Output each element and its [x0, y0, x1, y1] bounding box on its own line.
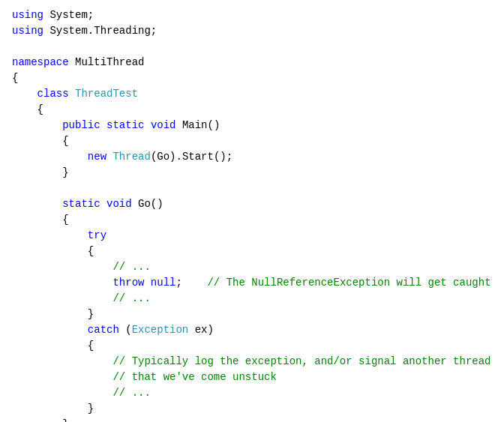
code-line: try — [12, 228, 492, 244]
code-token: Main() — [176, 119, 220, 131]
code-line: { — [12, 338, 492, 354]
code-token: public — [62, 119, 100, 131]
code-token: void — [151, 119, 176, 131]
code-token — [12, 371, 112, 383]
code-line: new Thread(Go).Start(); — [12, 149, 492, 165]
code-token: ex) — [188, 324, 214, 336]
code-line: using System.Threading; — [12, 23, 492, 39]
code-token: Exception — [132, 324, 189, 336]
code-token: using — [12, 25, 44, 37]
code-token: // that we've come unstuck — [112, 371, 276, 383]
code-line: // ... — [12, 385, 492, 401]
code-token — [12, 387, 112, 399]
code-line: } — [12, 165, 492, 181]
code-token: // Typically log the exception, and/or s… — [112, 355, 490, 367]
code-token: ; — [176, 277, 207, 289]
code-token: Go() — [132, 198, 164, 210]
code-token: static — [62, 198, 100, 210]
code-line — [12, 39, 492, 55]
code-token: } — [12, 403, 94, 415]
code-token — [12, 292, 112, 304]
code-token: // ... — [112, 261, 150, 273]
code-token: } — [12, 418, 69, 422]
code-token: { — [12, 214, 69, 226]
code-token: { — [12, 72, 18, 84]
code-token: { — [12, 245, 94, 257]
code-token: null — [151, 277, 176, 289]
code-line: class ThreadTest — [12, 86, 492, 102]
code-token: // ... — [112, 292, 150, 304]
code-line: { — [12, 102, 492, 118]
code-line: { — [12, 244, 492, 259]
code-token — [12, 119, 62, 131]
code-token — [12, 355, 112, 367]
code-line: static void Go() — [12, 196, 492, 212]
code-token — [12, 198, 62, 210]
code-line: public static void Main() — [12, 118, 492, 133]
code-token: (Go).Start(); — [151, 151, 232, 163]
code-token — [144, 277, 150, 289]
code-token: { — [12, 340, 94, 352]
code-token: // ... — [112, 387, 150, 399]
code-token: catch — [88, 324, 119, 336]
code-token: void — [106, 198, 132, 210]
code-token: Thread — [112, 151, 150, 163]
code-token: System.Threading; — [44, 25, 157, 37]
code-token — [12, 88, 38, 100]
code-line: // ... — [12, 291, 492, 307]
code-token: class — [38, 88, 69, 100]
code-token — [69, 88, 75, 100]
code-token: { — [12, 135, 69, 147]
code-line: using System; — [12, 7, 492, 23]
code-line: } — [12, 401, 492, 417]
code-token: namespace — [12, 56, 69, 68]
code-line: catch (Exception ex) — [12, 322, 492, 338]
code-line: // ... — [12, 259, 492, 275]
code-token — [12, 324, 88, 336]
code-line: } — [12, 307, 492, 322]
code-token: new — [88, 151, 106, 163]
code-token — [100, 119, 106, 131]
code-token: ( — [119, 324, 132, 336]
code-line: // Typically log the exception, and/or s… — [12, 354, 492, 370]
code-token — [12, 261, 112, 273]
code-token: // The NullReferenceException will get c… — [207, 277, 492, 289]
code-token — [12, 277, 112, 289]
code-line: { — [12, 212, 492, 228]
code-token — [144, 119, 150, 131]
code-line: throw null; // The NullReferenceExceptio… — [12, 275, 492, 291]
code-line: { — [12, 70, 492, 86]
code-token: } — [12, 308, 94, 320]
code-token: System; — [44, 9, 94, 21]
code-editor: using System;using System.Threading; nam… — [12, 7, 492, 422]
code-token — [12, 229, 88, 241]
code-token: ThreadTest — [75, 88, 138, 100]
code-token: using — [12, 9, 44, 21]
code-token: static — [106, 119, 144, 131]
code-line — [12, 181, 492, 196]
code-line: { — [12, 133, 492, 149]
code-line: } — [12, 417, 492, 422]
code-token — [12, 151, 88, 163]
code-token: } — [12, 166, 69, 178]
code-line: // that we've come unstuck — [12, 370, 492, 385]
code-token — [100, 198, 106, 210]
code-line: namespace MultiThread — [12, 55, 492, 70]
code-token: throw — [112, 277, 144, 289]
code-token: { — [12, 103, 44, 115]
code-token: MultiThread — [69, 56, 145, 68]
code-token: try — [88, 229, 106, 241]
